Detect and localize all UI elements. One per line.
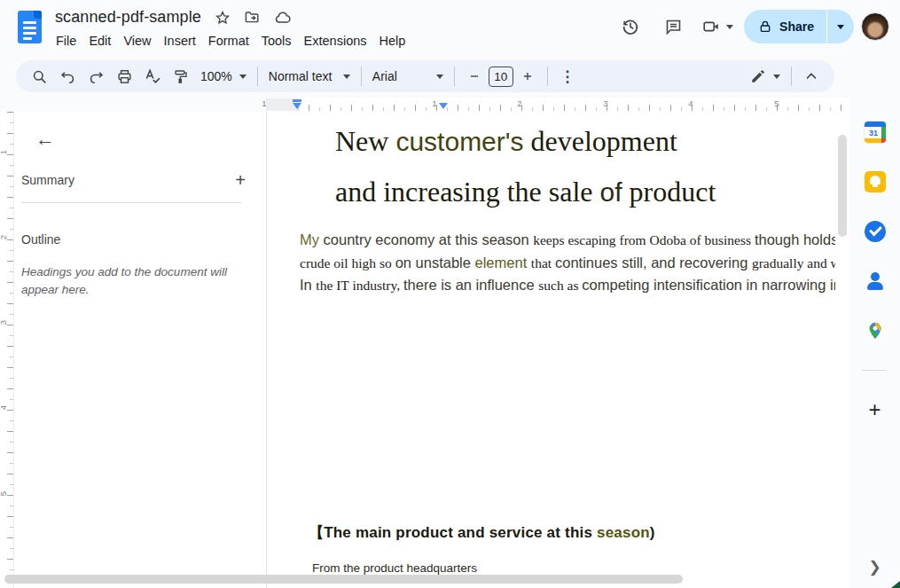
ruler-number: 1 bbox=[262, 98, 266, 108]
spell-check-icon[interactable] bbox=[140, 64, 165, 89]
google-docs-logo-icon[interactable] bbox=[18, 11, 42, 43]
doc-heading-line-2: and increasing the sale of product bbox=[335, 167, 716, 217]
strip-divider bbox=[862, 370, 887, 371]
ruler-number: 1 bbox=[0, 150, 8, 154]
ruler-number: 5 bbox=[774, 98, 779, 108]
font-value: Arial bbox=[372, 69, 397, 83]
ruler-number: 1 bbox=[432, 98, 436, 108]
hide-menus-icon[interactable] bbox=[799, 64, 824, 89]
ruler-number: 5 bbox=[0, 491, 8, 496]
maps-app-button[interactable] bbox=[857, 313, 893, 349]
first-line-indent-marker[interactable] bbox=[293, 99, 301, 102]
share-label: Share bbox=[779, 20, 814, 34]
chevron-down-icon bbox=[343, 74, 350, 79]
contacts-app-button[interactable] bbox=[857, 263, 893, 299]
toolbar: 100% Normal text Arial 10 ⋮ bbox=[16, 60, 834, 92]
header-right-actions: Share bbox=[613, 9, 889, 44]
doc-para-line-2: crude oil high so on unstable element th… bbox=[300, 252, 835, 275]
ruler-number: 2 bbox=[0, 235, 8, 239]
comments-icon[interactable] bbox=[655, 9, 691, 44]
doc-subheading: 【The main product and service at this se… bbox=[309, 522, 655, 543]
horizontal-scrollbar-thumb[interactable] bbox=[4, 575, 683, 584]
ruler-number: 3 bbox=[0, 320, 8, 325]
menu-help[interactable]: Help bbox=[373, 32, 412, 50]
menu-edit[interactable]: Edit bbox=[82, 32, 117, 50]
menu-extensions[interactable]: Extensions bbox=[298, 32, 373, 50]
undo-icon[interactable] bbox=[55, 64, 80, 89]
get-addons-button[interactable]: + bbox=[857, 392, 893, 427]
horizontal-ruler[interactable]: 1 1 2 3 4 5 bbox=[266, 98, 849, 111]
toolbar-divider bbox=[791, 67, 792, 86]
document-canvas[interactable]: New customer's development and increasin… bbox=[267, 111, 849, 588]
star-icon[interactable] bbox=[214, 9, 231, 27]
cloud-status-icon[interactable] bbox=[274, 9, 292, 27]
paint-format-icon[interactable] bbox=[168, 64, 193, 89]
ruler-number: 4 bbox=[688, 98, 693, 108]
corner-artifact bbox=[891, 581, 900, 588]
logo-fold bbox=[34, 11, 42, 19]
chevron-down-icon bbox=[436, 74, 443, 79]
toolbar-divider bbox=[257, 67, 258, 86]
version-history-icon[interactable] bbox=[613, 9, 648, 44]
styles-value: Normal text bbox=[269, 69, 333, 83]
toolbar-overflow-icon[interactable]: ⋮ bbox=[555, 64, 580, 89]
toolbar-divider bbox=[361, 67, 362, 86]
share-button[interactable]: Share bbox=[744, 10, 826, 43]
menu-tools[interactable]: Tools bbox=[255, 32, 298, 50]
vertical-scrollbar-thumb[interactable] bbox=[838, 135, 847, 237]
title-row: scanned-pdf-sample bbox=[55, 8, 292, 27]
chevron-down-icon bbox=[239, 74, 247, 79]
menu-format[interactable]: Format bbox=[202, 32, 255, 50]
move-folder-icon[interactable] bbox=[244, 9, 262, 27]
document-title[interactable]: scanned-pdf-sample bbox=[55, 8, 201, 27]
show-side-panel-icon[interactable]: ❯ bbox=[860, 552, 890, 582]
calendar-app-button[interactable]: 31 bbox=[857, 114, 893, 150]
redo-icon[interactable] bbox=[83, 64, 108, 89]
editing-mode-select[interactable] bbox=[745, 68, 786, 84]
zoom-value: 100% bbox=[200, 69, 232, 83]
zoom-select[interactable]: 100% bbox=[195, 69, 252, 83]
toolbar-divider bbox=[454, 67, 455, 86]
account-avatar[interactable] bbox=[861, 12, 889, 41]
vertical-ruler[interactable]: 1 2 3 4 5 bbox=[0, 112, 14, 588]
tasks-icon bbox=[865, 221, 886, 242]
search-menus-icon[interactable] bbox=[27, 64, 51, 89]
calendar-icon: 31 bbox=[865, 122, 886, 143]
outline-empty-hint: Headings you add to the document will ap… bbox=[21, 263, 232, 299]
doc-para-line-1: My country economy at this season keeps … bbox=[300, 229, 835, 252]
share-button-group: Share bbox=[744, 10, 854, 43]
menu-insert[interactable]: Insert bbox=[158, 32, 202, 50]
menu-file[interactable]: File bbox=[50, 32, 82, 50]
left-indent-marker[interactable] bbox=[293, 103, 301, 109]
pencil-icon bbox=[750, 68, 766, 84]
video-call-dropdown-icon[interactable] bbox=[726, 25, 733, 29]
decrease-font-size-button[interactable] bbox=[462, 64, 487, 89]
tasks-app-button[interactable] bbox=[857, 214, 893, 249]
close-panel-back-icon[interactable]: ← bbox=[30, 124, 60, 154]
keep-icon bbox=[865, 171, 886, 192]
ruler-number: 2 bbox=[517, 98, 521, 108]
video-call-button[interactable] bbox=[698, 9, 737, 44]
keep-app-button[interactable] bbox=[857, 164, 893, 200]
doc-paragraph: My country economy at this season keeps … bbox=[300, 229, 835, 297]
print-icon[interactable] bbox=[112, 64, 137, 89]
maps-pin-icon bbox=[865, 321, 885, 341]
font-select[interactable]: Arial bbox=[367, 69, 449, 83]
calendar-day-label: 31 bbox=[866, 127, 881, 138]
ruler-number: 4 bbox=[0, 405, 8, 410]
app-header: scanned-pdf-sample File Edit View Insert… bbox=[0, 0, 900, 55]
add-summary-icon[interactable]: + bbox=[227, 167, 254, 193]
increase-font-size-button[interactable] bbox=[515, 64, 540, 89]
menu-view[interactable]: View bbox=[117, 32, 157, 50]
doc-footer-line: From the product headquarters bbox=[312, 561, 477, 575]
summary-section-header: Summary + bbox=[21, 167, 254, 193]
font-size-input[interactable]: 10 bbox=[489, 67, 513, 87]
menu-bar: File Edit View Insert Format Tools Exten… bbox=[50, 32, 411, 50]
summary-label: Summary bbox=[21, 173, 74, 187]
styles-select[interactable]: Normal text bbox=[263, 69, 356, 83]
share-dropdown[interactable] bbox=[827, 10, 854, 43]
indent-marker[interactable] bbox=[439, 103, 448, 109]
ruler-number: 3 bbox=[603, 98, 607, 108]
outline-label: Outline bbox=[21, 232, 60, 247]
doc-para-line-3: In the IT industry, there is an influenc… bbox=[300, 274, 835, 297]
